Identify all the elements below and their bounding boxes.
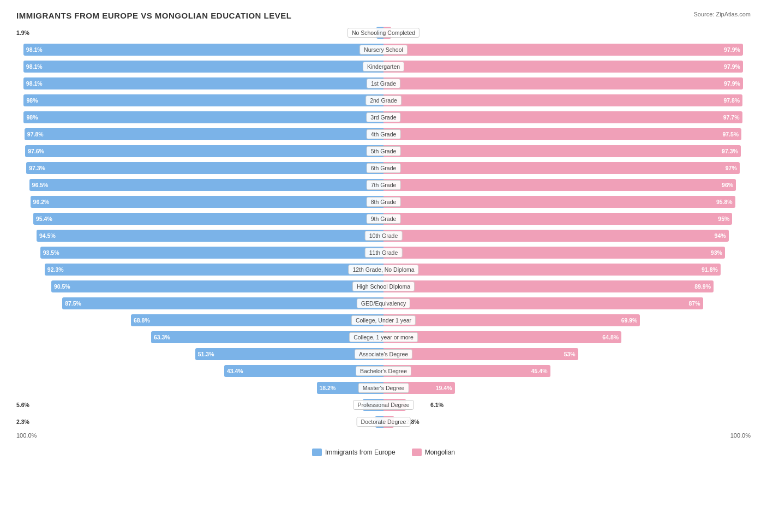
pink-bar-value: 97.9% bbox=[724, 63, 743, 70]
pink-bar-value: 95% bbox=[718, 216, 732, 222]
right-section: 97.3% bbox=[384, 144, 751, 158]
pink-bar-value: 95.8% bbox=[716, 199, 735, 205]
right-section: 2.1% bbox=[384, 26, 751, 40]
right-section: 96% bbox=[384, 178, 751, 192]
blue-bar: 98% bbox=[23, 94, 384, 106]
bar-wrapper: 98.1% 1st Grade 97.9% bbox=[16, 76, 751, 91]
bar-wrapper: 2.3% Doctorate Degree 2.8% bbox=[16, 415, 751, 429]
bar-wrapper: 96.2% 8th Grade 95.8% bbox=[16, 195, 751, 209]
bar-wrapper: 98% 2nd Grade 97.8% bbox=[16, 93, 751, 107]
pink-bar-value: 53% bbox=[564, 351, 578, 357]
chart-container: IMMIGRANTS FROM EUROPE VS MONGOLIAN EDUC… bbox=[0, 0, 767, 489]
blue-bar-value: 90.5% bbox=[51, 283, 70, 290]
bar-wrapper: 98.1% Kindergarten 97.9% bbox=[16, 59, 751, 74]
blue-bar-value: 97.8% bbox=[25, 131, 44, 138]
pink-bar: 97.9% bbox=[384, 61, 743, 73]
blue-bar: 63.3% bbox=[151, 331, 384, 343]
blue-bar-value: 97.6% bbox=[25, 148, 44, 154]
pink-bar-value: 45.4% bbox=[531, 368, 550, 374]
right-section: 93% bbox=[384, 246, 751, 260]
blue-bar: 98.1% bbox=[23, 61, 384, 73]
left-section: 43.4% bbox=[16, 364, 384, 378]
bottom-left-label: 100.0% bbox=[16, 432, 37, 439]
left-section: 63.3% bbox=[16, 330, 384, 344]
pink-bar-value: 97.5% bbox=[722, 131, 741, 138]
right-section: 94% bbox=[384, 229, 751, 243]
blue-bar: 98.1% bbox=[23, 77, 384, 89]
legend-color-blue bbox=[312, 449, 322, 456]
bar-wrapper: 97.6% 5th Grade 97.3% bbox=[16, 144, 751, 158]
pink-bar-value: 97.9% bbox=[724, 46, 743, 53]
pink-bar: 94% bbox=[384, 230, 729, 242]
left-section: 97.3% bbox=[16, 161, 384, 175]
right-section: 2.8% bbox=[384, 415, 751, 429]
bar-row: 96.5% 7th Grade 96% bbox=[16, 178, 751, 193]
pink-bar: 91.8% bbox=[384, 264, 721, 276]
bar-wrapper: 98.1% Nursery School 97.9% bbox=[16, 43, 751, 57]
bar-row: 87.5% GED/Equivalency 87% bbox=[16, 296, 751, 312]
blue-bar-value: 51.3% bbox=[195, 351, 214, 357]
blue-bar: 18.2% bbox=[317, 382, 384, 394]
bar-row: 68.8% College, Under 1 year 69.9% bbox=[16, 313, 751, 328]
bars-area: 1.9% No Schooling Completed 2.1% 98.1% bbox=[16, 26, 751, 430]
bar-row: 98.1% Nursery School 97.9% bbox=[16, 43, 751, 58]
pink-bar-value: 69.9% bbox=[621, 317, 640, 324]
pink-bar: 45.4% bbox=[384, 365, 550, 377]
right-section: 97.9% bbox=[384, 59, 751, 74]
bar-row: 97.8% 4th Grade 97.5% bbox=[16, 127, 751, 142]
bar-row: 96.2% 8th Grade 95.8% bbox=[16, 195, 751, 210]
right-section: 97.7% bbox=[384, 110, 751, 124]
pink-bar: 97% bbox=[384, 162, 740, 174]
right-section: 69.9% bbox=[384, 313, 751, 327]
bar-wrapper: 92.3% 12th Grade, No Diploma 91.8% bbox=[16, 262, 751, 277]
blue-bar-value: 97.3% bbox=[26, 165, 45, 171]
pink-bar-value: 89.9% bbox=[694, 283, 714, 290]
blue-bar-value: 96.5% bbox=[29, 182, 49, 188]
blue-bar-value: 98.1% bbox=[23, 80, 43, 87]
right-section: 97.8% bbox=[384, 93, 751, 107]
right-section: 97.5% bbox=[384, 127, 751, 141]
blue-bar: 51.3% bbox=[195, 348, 384, 360]
bar-wrapper: 96.5% 7th Grade 96% bbox=[16, 178, 751, 192]
bar-wrapper: 68.8% College, Under 1 year 69.9% bbox=[16, 313, 751, 327]
pink-bar bbox=[384, 27, 391, 39]
blue-bar-value: 2.3% bbox=[16, 419, 29, 425]
blue-bar-value: 98.1% bbox=[23, 63, 43, 70]
pink-bar: 69.9% bbox=[384, 314, 640, 326]
bar-row: 51.3% Associate's Degree 53% bbox=[16, 347, 751, 362]
left-section: 2.3% bbox=[16, 415, 384, 429]
bar-wrapper: 1.9% No Schooling Completed 2.1% bbox=[16, 26, 751, 40]
blue-bar-value: 18.2% bbox=[317, 385, 336, 391]
bar-row: 94.5% 10th Grade 94% bbox=[16, 229, 751, 244]
pink-bar: 96% bbox=[384, 179, 736, 191]
right-section: 95% bbox=[384, 212, 751, 226]
legend-label-blue: Immigrants from Europe bbox=[325, 449, 396, 456]
blue-bar-value: 63.3% bbox=[151, 334, 170, 340]
bar-row: 98.1% 1st Grade 97.9% bbox=[16, 76, 751, 92]
legend-item-pink: Mongolian bbox=[412, 449, 455, 456]
pink-bar: 87% bbox=[384, 297, 703, 309]
blue-bar: 87.5% bbox=[62, 297, 384, 309]
bar-row: 95.4% 9th Grade 95% bbox=[16, 212, 751, 227]
legend-color-pink bbox=[412, 449, 422, 456]
left-section: 92.3% bbox=[16, 262, 384, 277]
chart-title: IMMIGRANTS FROM EUROPE VS MONGOLIAN EDUC… bbox=[16, 11, 751, 20]
blue-bar: 98% bbox=[23, 111, 384, 123]
pink-bar-value: 91.8% bbox=[702, 266, 721, 273]
legend-label-pink: Mongolian bbox=[425, 449, 455, 456]
blue-bar: 68.8% bbox=[131, 314, 384, 326]
blue-bar-value: 68.8% bbox=[131, 317, 150, 324]
blue-bar: 93.5% bbox=[40, 247, 384, 259]
bar-wrapper: 63.3% College, 1 year or more 64.8% bbox=[16, 330, 751, 344]
blue-bar-value: 95.4% bbox=[33, 216, 52, 222]
pink-bar-value: 97.3% bbox=[722, 148, 741, 154]
bar-wrapper: 90.5% High School Diploma 89.9% bbox=[16, 279, 751, 294]
bar-wrapper: 98% 3rd Grade 97.7% bbox=[16, 110, 751, 124]
bar-wrapper: 97.8% 4th Grade 97.5% bbox=[16, 127, 751, 141]
pink-bar-value: 97.9% bbox=[724, 80, 743, 87]
bar-row: 97.6% 5th Grade 97.3% bbox=[16, 144, 751, 159]
bar-row: 92.3% 12th Grade, No Diploma 91.8% bbox=[16, 262, 751, 278]
left-section: 94.5% bbox=[16, 229, 384, 243]
pink-bar-value: 2.1% bbox=[401, 29, 414, 36]
left-section: 87.5% bbox=[16, 296, 384, 310]
